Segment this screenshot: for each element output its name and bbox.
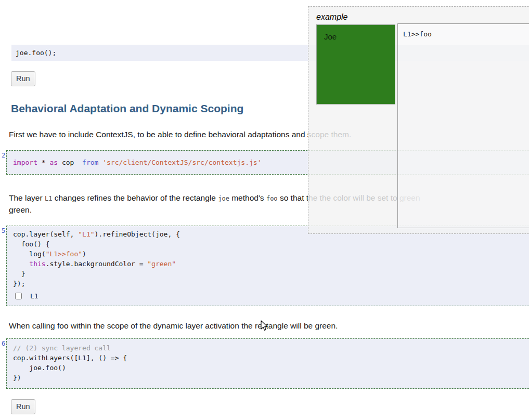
code-line: this.style.backgroundColor = "green"	[13, 259, 529, 269]
code-line: })	[13, 373, 529, 383]
layer-toggle-row: L1	[13, 290, 529, 301]
code-cell-refine-object[interactable]: 5 cop.layer(self, "L1").refineObject(joe…	[6, 226, 529, 306]
code-line: // (2) sync layered call	[13, 343, 529, 353]
joe-rectangle-label: Joe	[324, 32, 337, 41]
code-cell-with-layers[interactable]: 6 // (2) sync layered call cop.withLayer…	[6, 338, 529, 389]
l1-layer-checkbox[interactable]	[15, 293, 22, 299]
line-number: 6	[2, 340, 5, 347]
run-button-bottom[interactable]: Run	[11, 399, 35, 414]
inline-code-joe: joe	[218, 195, 229, 202]
example-window[interactable]: example Joe L1>>foo	[308, 6, 529, 234]
code-line: }	[13, 269, 529, 279]
paragraph-when-calling-foo: When calling foo within the scope of the…	[9, 320, 529, 331]
example-window-title: example	[316, 12, 347, 22]
inline-code-l1: L1	[45, 195, 52, 202]
code-line: cop.withLayers([L1], () => {	[13, 353, 529, 363]
log-entry: L1>>foo	[398, 24, 529, 45]
run-button-top[interactable]: Run	[11, 71, 35, 86]
inline-code-foo: foo	[266, 195, 278, 202]
code-line: });	[13, 279, 529, 288]
line-number: 2	[2, 152, 5, 159]
mouse-cursor-icon	[261, 320, 268, 333]
code-line: log("L1>>foo")	[13, 249, 529, 259]
page: { "heading": { "text": "Behavioral Adapt…	[0, 0, 529, 420]
code-line: foo() {	[13, 239, 529, 249]
log-panel[interactable]: L1>>foo	[397, 23, 529, 228]
code-line: joe.foo()	[13, 363, 529, 373]
l1-layer-checkbox-label: L1	[30, 291, 38, 301]
line-number: 5	[2, 228, 5, 234]
joe-rectangle[interactable]: Joe	[316, 24, 395, 104]
